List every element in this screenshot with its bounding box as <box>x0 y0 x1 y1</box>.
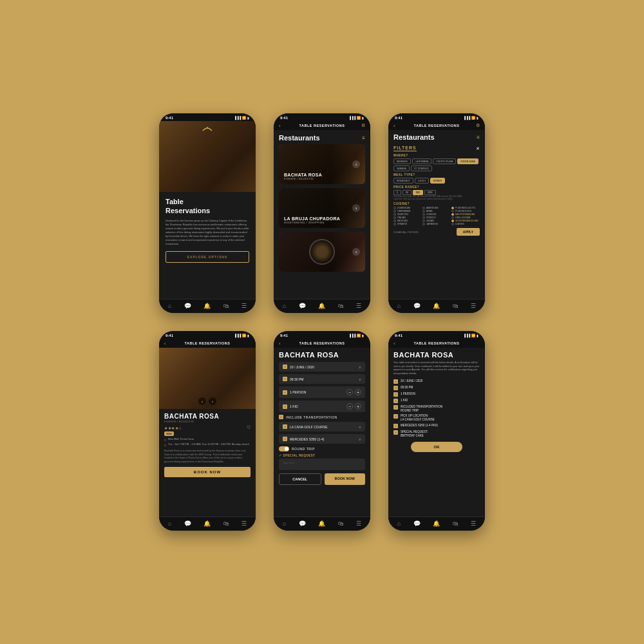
nav-chat-icon-5[interactable]: 💬 <box>299 520 306 527</box>
nav-menu-icon[interactable]: ☰ <box>242 303 247 309</box>
restaurant-item-3[interactable]: › <box>279 232 365 272</box>
nav-bag-icon-6[interactable]: 🛍 <box>453 520 459 527</box>
restaurant-arrow-3[interactable]: › <box>352 248 360 256</box>
nav-chat-icon[interactable]: 💬 <box>184 303 191 309</box>
cuisine-mexican[interactable]: MEXICAN <box>393 220 422 222</box>
nav-chat-icon-6[interactable]: 💬 <box>413 520 421 527</box>
cuisine-japanese[interactable]: JAPANESE <box>422 223 451 225</box>
where-puntacana[interactable]: PUNTA CANA <box>457 158 478 164</box>
nav-home-icon[interactable]: ⌂ <box>168 303 171 309</box>
filter-apply-btn[interactable]: APPLY <box>457 228 480 236</box>
nav-home-icon-2[interactable]: ⌂ <box>283 303 286 309</box>
nav-bell-icon-4[interactable]: 🔔 <box>204 520 211 527</box>
cuisine-fusion-eclectic[interactable]: FUSION/ECLECTIC <box>451 207 480 209</box>
back-arrow-6[interactable]: ‹ <box>393 341 395 346</box>
nav-bag-icon-3[interactable]: 🛍 <box>453 303 459 309</box>
round-trip-toggle[interactable] <box>279 446 289 451</box>
nav-bell-icon[interactable]: 🔔 <box>204 303 211 309</box>
nav-home-icon-3[interactable]: ⌂ <box>397 303 401 309</box>
persons-field[interactable]: ✓ 1 PERSON − + <box>279 386 365 398</box>
nav-menu-icon-3[interactable]: ☰ <box>471 303 476 309</box>
nav-home-icon-5[interactable]: ⌂ <box>283 520 286 527</box>
cuisine-vegetarian[interactable]: VEGETARIAN/VEGAN <box>451 220 480 222</box>
price-3[interactable]: $$$ <box>413 190 423 195</box>
price-1[interactable]: $ <box>393 190 401 195</box>
photo-prev-btn[interactable]: ‹ <box>198 397 206 405</box>
cuisine-chinese[interactable]: CHINESE <box>422 213 451 216</box>
nav-bell-icon-6[interactable]: 🔔 <box>433 520 440 527</box>
cuisine-grill[interactable]: GRILL/VEGAN <box>451 216 480 219</box>
back-arrow-3[interactable]: ‹ <box>393 123 395 129</box>
persons-minus-btn[interactable]: − <box>346 389 353 395</box>
where-stdomingo[interactable]: ST. DOMINGO <box>411 166 432 171</box>
cuisine-caribbean[interactable]: CARIBBEAN <box>393 210 422 213</box>
nav-home-icon-4[interactable]: ⌂ <box>168 520 171 527</box>
persons-plus-btn[interactable]: + <box>355 389 361 395</box>
cuisine-indian[interactable]: INDIAN <box>422 220 451 222</box>
filter-btn-2[interactable]: ≡ <box>362 135 365 141</box>
cuisine-fusion-sushi[interactable]: FUSION/SUSHI <box>451 210 480 213</box>
nav-chat-icon-2[interactable]: 💬 <box>299 303 306 309</box>
back-arrow-5[interactable]: ‹ <box>279 341 281 346</box>
time-field[interactable]: ✓ 08:30 PM ∨ <box>279 374 365 384</box>
cuisine-spanish[interactable]: SPANISH <box>393 223 422 225</box>
restaurant-arrow-1[interactable]: › <box>352 160 360 168</box>
where-laromana[interactable]: LA ROMANA <box>412 158 431 164</box>
cuisine-french[interactable]: FRENCH <box>422 216 451 219</box>
kids-field[interactable]: ✓ 1 KID − + <box>279 401 365 412</box>
special-request-input[interactable]: Type here... <box>279 459 365 470</box>
where-bayahibe[interactable]: BAYAHIBE <box>393 158 411 164</box>
nav-chat-icon-4[interactable]: 💬 <box>184 520 191 527</box>
where-samana[interactable]: SAMANA <box>393 166 410 171</box>
ok-button[interactable]: OK <box>411 442 462 452</box>
date-field[interactable]: ✓ 20 / JUNE / 2020 ∨ <box>279 362 365 372</box>
meal-dinner[interactable]: DINNER <box>430 178 445 184</box>
time-dropdown-icon[interactable]: ∨ <box>359 377 361 381</box>
vehicle-field[interactable]: ✓ MERCEDES S350 (1-4) ∨ <box>279 434 365 444</box>
restaurant-item-2[interactable]: LA BRUJA CHUPADORA SIGHTSEEING / SHOPPIN… <box>279 188 365 228</box>
filter-icon-2[interactable]: ⚙ <box>361 123 365 128</box>
cancel-button[interactable]: CANCEL <box>279 473 321 485</box>
nav-menu-icon-4[interactable]: ☰ <box>242 520 247 527</box>
filters-close-btn[interactable]: ✕ <box>476 146 480 151</box>
back-arrow-2[interactable]: ‹ <box>279 123 281 129</box>
nav-bag-icon-4[interactable]: 🛍 <box>223 520 229 527</box>
favorite-icon[interactable]: ♡ <box>247 425 251 430</box>
explore-options-button[interactable]: EXPLORE OPTIONS <box>166 251 249 263</box>
cuisine-seafood[interactable]: SEAFOOD <box>393 213 422 216</box>
price-4[interactable]: $$$$ <box>424 190 436 195</box>
photo-next-btn[interactable]: › <box>209 397 216 405</box>
cuisine-american[interactable]: AMERICAN <box>422 207 451 209</box>
transport-checkbox[interactable]: ✓ <box>279 415 283 419</box>
nav-bell-icon-5[interactable]: 🔔 <box>318 520 325 527</box>
book-now-submit-btn[interactable]: BOOK NOW <box>325 473 366 485</box>
book-now-button[interactable]: BOOK NOW <box>164 467 251 477</box>
nav-bag-icon-2[interactable]: 🛍 <box>338 303 344 309</box>
pickup-dropdown-icon[interactable]: ∨ <box>359 425 361 429</box>
price-2[interactable]: $$ <box>402 190 412 195</box>
cuisine-dominican[interactable]: DOMINICAN <box>393 207 422 209</box>
date-dropdown-icon[interactable]: ∨ <box>359 365 361 369</box>
nav-menu-icon-5[interactable]: ☰ <box>356 520 361 527</box>
cuisine-mediterranean[interactable]: MEDITERRANEAN <box>451 213 480 216</box>
kids-plus-btn[interactable]: + <box>355 403 361 410</box>
pickup-field[interactable]: ✓ LA CANA GOLF COURSE ∨ <box>279 422 365 431</box>
restaurant-item-1[interactable]: BACHATA ROSA FUSION / ECLECTIC › <box>279 144 365 184</box>
nav-bell-icon-2[interactable]: 🔔 <box>318 303 325 309</box>
filter-btn-3[interactable]: ≡ <box>477 135 480 140</box>
filter-clear-btn[interactable]: CLEAR ALL FILTERS <box>393 231 418 234</box>
meal-breakfast[interactable]: BREAKFAST <box>393 178 413 184</box>
kids-minus-btn[interactable]: − <box>346 403 353 410</box>
cuisine-arab[interactable]: ARAB <box>422 210 451 213</box>
nav-menu-icon-6[interactable]: ☰ <box>471 520 476 527</box>
nav-menu-icon-2[interactable]: ☰ <box>356 303 361 309</box>
where-puertoplata[interactable]: PUERTO PLATA <box>433 158 456 164</box>
nav-bag-icon-5[interactable]: 🛍 <box>338 520 344 527</box>
cuisine-more[interactable]: & MORE <box>451 223 480 225</box>
cuisine-italian[interactable]: ITALIAN <box>393 216 422 219</box>
vehicle-dropdown-icon[interactable]: ∨ <box>359 437 361 441</box>
back-arrow-4[interactable]: ‹ <box>164 341 166 346</box>
nav-chat-icon-3[interactable]: 💬 <box>413 303 421 309</box>
nav-bell-icon-3[interactable]: 🔔 <box>433 303 440 309</box>
nav-home-icon-6[interactable]: ⌂ <box>397 520 401 527</box>
